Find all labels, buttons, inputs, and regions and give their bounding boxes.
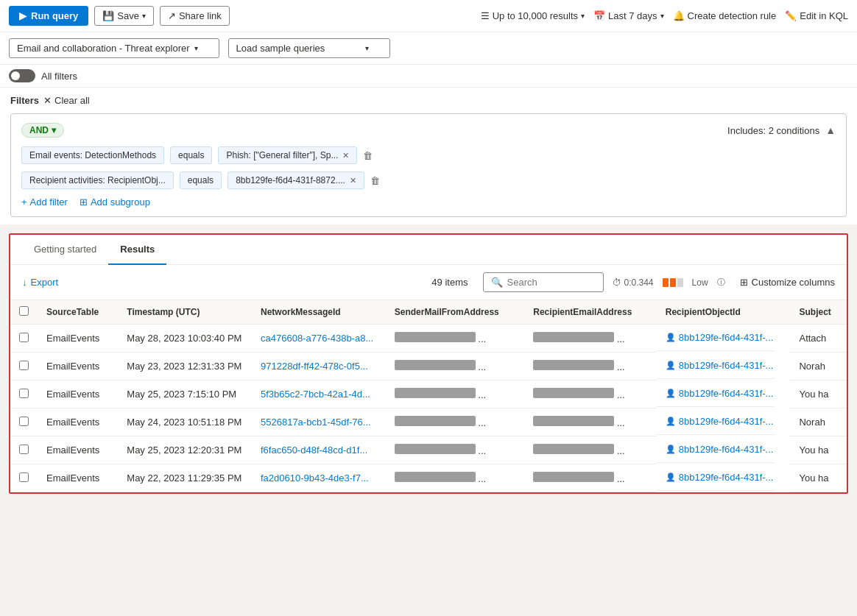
export-button[interactable]: ↓ Export (22, 277, 58, 288)
table-row: EmailEvents May 24, 2023 10:51:18 PM 552… (10, 408, 847, 436)
row-checkbox-2[interactable] (19, 389, 29, 398)
cell-network-id-2[interactable]: 5f3b65c2-7bcb-42a1-4d... (252, 380, 386, 408)
cell-sender-1: ... (386, 353, 525, 380)
save-button[interactable]: 💾 Save ▾ (94, 6, 154, 26)
date-range-chevron-icon: ▾ (660, 12, 664, 20)
col-network-message-id: NetworkMessageId (252, 300, 386, 325)
perf-label: Low (692, 277, 708, 288)
cell-network-id-3[interactable]: 5526817a-bcb1-45df-76... (252, 408, 386, 436)
add-icon: + (21, 197, 27, 208)
run-query-button[interactable]: ▶ Run query (9, 6, 88, 26)
row-checkbox-5[interactable] (19, 472, 29, 482)
filter-field-2[interactable]: Recipient activities: RecipientObj... (21, 171, 174, 189)
edit-icon: ✏️ (785, 10, 797, 21)
cell-timestamp-4: May 25, 2023 12:20:31 PM (118, 436, 252, 464)
and-badge[interactable]: AND ▾ (21, 123, 64, 138)
cell-recipient-obj-1[interactable]: 👤 8bb129fe-f6d4-431f-... (657, 353, 775, 379)
filter-value-2[interactable]: 8bb129fe-f6d4-431f-8872.... ✕ (228, 171, 364, 189)
cell-subject-1: Norah (790, 353, 847, 380)
cell-network-id-4[interactable]: f6fac650-d48f-48cd-d1f... (252, 436, 386, 464)
clear-all-button[interactable]: ✕ Clear all (43, 95, 90, 106)
col-source-table: SourceTable (38, 300, 118, 325)
col-recipient-email: RecipientEmailAddress (524, 300, 656, 325)
cell-network-id-5[interactable]: fa2d0610-9b43-4de3-f7... (252, 464, 386, 492)
create-rule-button[interactable]: 🔔 Create detection rule (673, 10, 777, 21)
includes-label: Includes: 2 conditions (727, 125, 819, 136)
search-input[interactable] (507, 277, 596, 288)
cell-recipient-1: ... (524, 353, 656, 380)
select-all-checkbox[interactable] (19, 306, 29, 316)
cell-recipient-obj-2[interactable]: 👤 8bb129fe-f6d4-431f-... (657, 380, 775, 407)
cell-source-5: EmailEvents (38, 464, 118, 492)
row-checkbox-4[interactable] (19, 445, 29, 454)
filter-delete-1[interactable]: 🗑 (363, 150, 373, 161)
results-limit-label: Up to 10,000 results (493, 10, 578, 21)
cell-timestamp-5: May 22, 2023 11:29:35 PM (118, 464, 252, 492)
sample-queries-dropdown[interactable]: Load sample queries ▾ (228, 38, 390, 58)
edit-kql-button[interactable]: ✏️ Edit in KQL (785, 10, 848, 21)
and-chevron-icon: ▾ (52, 125, 56, 135)
cell-sender-5: ... (386, 464, 525, 492)
cell-network-id-0[interactable]: ca476608-a776-438b-a8... (252, 325, 386, 353)
rule-icon: 🔔 (673, 10, 685, 21)
tab-results[interactable]: Results (108, 235, 166, 265)
cell-recipient-obj-4[interactable]: 👤 8bb129fe-f6d4-431f-... (657, 436, 775, 463)
row-checkbox-3[interactable] (19, 417, 29, 426)
cell-recipient-0: ... (524, 325, 656, 353)
source-dropdown[interactable]: Email and collaboration - Threat explore… (9, 38, 219, 58)
filter-operator-2[interactable]: equals (180, 171, 222, 189)
cell-subject-2: You ha (790, 380, 847, 408)
filter-value-1[interactable]: Phish: ["General filter"], Sp... ✕ (218, 146, 357, 164)
customize-columns-button[interactable]: ⊞ Customize columns (740, 277, 835, 288)
source-dropdown-chevron-icon: ▾ (194, 44, 198, 52)
items-count: 49 items (431, 277, 468, 288)
run-query-label: Run query (31, 10, 78, 21)
table-row: EmailEvents May 25, 2023 7:15:10 PM 5f3b… (10, 380, 847, 408)
cell-network-id-1[interactable]: 971228df-ff42-478c-0f5... (252, 353, 386, 380)
filter-operator-1[interactable]: equals (170, 146, 212, 164)
cell-subject-3: Norah (790, 408, 847, 436)
columns-icon: ⊞ (740, 277, 748, 288)
all-filters-toggle[interactable] (9, 69, 35, 82)
cell-recipient-obj-0[interactable]: 👤 8bb129fe-f6d4-431f-... (657, 325, 775, 351)
time-badge: ⏱ 0:0.344 (613, 277, 654, 288)
cell-source-4: EmailEvents (38, 436, 118, 464)
tab-getting-started[interactable]: Getting started (22, 235, 108, 265)
sample-queries-chevron-icon: ▾ (365, 44, 369, 52)
perf-bar-1 (663, 278, 669, 287)
perf-info-icon[interactable]: ⓘ (717, 277, 725, 288)
filter-field-1[interactable]: Email events: DetectionMethods (21, 146, 164, 164)
add-subgroup-button[interactable]: ⊞ Add subgroup (80, 197, 150, 208)
search-box[interactable]: 🔍 (483, 272, 604, 292)
perf-bar-3 (677, 278, 683, 287)
cell-source-2: EmailEvents (38, 380, 118, 408)
col-sender-mail: SenderMailFromAddress (386, 300, 525, 325)
results-limit-selector[interactable]: ☰ Up to 10,000 results ▾ (481, 10, 585, 21)
clear-all-label: Clear all (54, 95, 90, 106)
table-row: EmailEvents May 23, 2023 12:31:33 PM 971… (10, 353, 847, 380)
table-header-row: SourceTable Timestamp (UTC) NetworkMessa… (10, 300, 847, 325)
filter-value-remove-1[interactable]: ✕ (342, 151, 349, 160)
results-section: Getting started Results ↓ Export 49 item… (9, 233, 848, 494)
cell-recipient-obj-3[interactable]: 👤 8bb129fe-f6d4-431f-... (657, 408, 775, 435)
collapse-filter-group-button[interactable]: ▲ (825, 124, 836, 136)
calendar-icon: 📅 (593, 10, 605, 21)
table-row: EmailEvents May 25, 2023 12:20:31 PM f6f… (10, 436, 847, 464)
filter-delete-2[interactable]: 🗑 (370, 175, 380, 186)
save-label: Save (117, 10, 139, 21)
row-checkbox-1[interactable] (19, 361, 29, 370)
row-checkbox-0[interactable] (19, 333, 29, 342)
filters-label: Filters (10, 95, 39, 106)
share-icon: ↗ (168, 10, 176, 21)
date-range-selector[interactable]: 📅 Last 7 days ▾ (593, 10, 664, 21)
play-icon: ▶ (19, 10, 27, 21)
cell-timestamp-2: May 25, 2023 7:15:10 PM (118, 380, 252, 408)
date-range-label: Last 7 days (608, 10, 657, 21)
cell-recipient-2: ... (524, 380, 656, 408)
cell-recipient-obj-5[interactable]: 👤 8bb129fe-f6d4-431f-... (657, 464, 775, 491)
add-filter-button[interactable]: + Add filter (21, 197, 68, 208)
add-filter-label: Add filter (30, 197, 68, 208)
share-link-button[interactable]: ↗ Share link (160, 6, 230, 26)
filter-value-remove-2[interactable]: ✕ (350, 176, 356, 185)
filter-group: AND ▾ Includes: 2 conditions ▲ Email eve… (10, 113, 847, 217)
